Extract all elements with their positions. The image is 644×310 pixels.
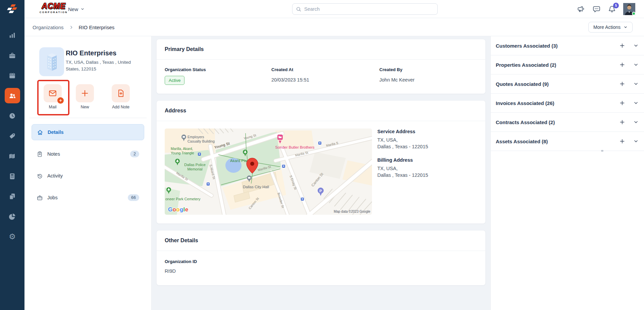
- organization-id-value: RI9D: [165, 268, 477, 274]
- tab-details[interactable]: Details: [32, 124, 144, 140]
- organization-avatar: [39, 47, 64, 76]
- add-property-button[interactable]: [619, 62, 625, 68]
- tag-icon: [8, 132, 16, 140]
- sidebar-item-invoices[interactable]: [5, 168, 20, 184]
- add-customer-button[interactable]: [619, 43, 625, 49]
- association-invoices[interactable]: Invoices Associated (26): [491, 94, 644, 113]
- association-contracts[interactable]: Contracts Associated (2): [491, 113, 644, 132]
- new-dropdown[interactable]: New: [68, 0, 85, 18]
- poi-label: oneer Park Cemetery: [165, 197, 201, 201]
- field-organization-status: Organization Status Active: [165, 67, 271, 85]
- chevron-down-icon: [633, 119, 639, 125]
- expand-customers-button[interactable]: [633, 43, 639, 48]
- add-quote-button[interactable]: [619, 81, 625, 87]
- organization-address: TX, USA, Dallas , Texas , United States,…: [66, 59, 137, 72]
- card-title: Other Details: [157, 230, 485, 251]
- chevron-down-icon: [633, 100, 639, 106]
- mail-plus-badge: [57, 97, 64, 104]
- google-map[interactable]: Young St Young St Marilla St Marilla S M…: [165, 128, 372, 215]
- expand-properties-button[interactable]: [633, 62, 639, 67]
- association-customers[interactable]: Customers Associated (3): [491, 36, 644, 55]
- company-logo: ACME CORPORATION: [34, 2, 74, 14]
- building-icon: [42, 51, 61, 73]
- quick-action-label: Add Note: [112, 105, 129, 109]
- tab-notes[interactable]: Notes 2: [32, 146, 144, 162]
- people-icon: [8, 92, 16, 100]
- plus-icon: [619, 119, 625, 125]
- announcements-button[interactable]: [577, 5, 585, 13]
- clock-icon: [8, 112, 16, 120]
- notifications-button[interactable]: 5: [608, 5, 616, 13]
- sidebar-item-dashboard[interactable]: [5, 28, 20, 43]
- chevron-right-icon: [69, 25, 73, 30]
- quick-action-add-note[interactable]: Add Note: [107, 84, 135, 109]
- app-logo[interactable]: [0, 0, 24, 18]
- plus-icon: [619, 138, 625, 144]
- breadcrumb-organizations[interactable]: Organizations: [33, 24, 64, 30]
- chevron-down-icon: [633, 43, 639, 48]
- sidebar-item-documents[interactable]: [5, 189, 20, 204]
- tab-activity[interactable]: Activity: [32, 168, 144, 184]
- poi-label: Memorial: [187, 167, 202, 171]
- briefcase-icon: [37, 195, 43, 201]
- association-properties[interactable]: Properties Associated (2): [491, 55, 644, 74]
- expand-invoices-button[interactable]: [633, 100, 639, 106]
- status-badge: Active: [165, 76, 184, 85]
- add-asset-button[interactable]: [619, 138, 625, 144]
- more-actions-button[interactable]: More Actions: [588, 22, 633, 33]
- association-label: Contracts Associated (2): [496, 119, 555, 125]
- poi-label: Employers: [187, 135, 204, 139]
- user-avatar[interactable]: [623, 3, 635, 15]
- map-icon: [8, 152, 16, 160]
- sidebar-item-customers[interactable]: [5, 88, 20, 103]
- tab-jobs[interactable]: Jobs 66: [32, 190, 144, 206]
- chevron-down-icon: [633, 81, 639, 87]
- brand-name: ACME: [34, 2, 74, 10]
- note-plus-icon: [116, 89, 125, 98]
- messages-button[interactable]: [592, 5, 601, 13]
- poi-label: Marilla, Akard,: [171, 147, 193, 151]
- gear-icon: ⚙: [9, 233, 16, 241]
- plus-icon: [619, 81, 625, 87]
- add-contract-button[interactable]: [619, 119, 625, 125]
- notes-count-badge: 2: [130, 151, 139, 157]
- expand-contracts-button[interactable]: [633, 119, 639, 125]
- association-quotes[interactable]: Quotes Associated (9): [491, 74, 644, 94]
- home-icon: [37, 129, 43, 136]
- top-bar: ACME CORPORATION New: [24, 0, 644, 18]
- sidebar-item-analytics[interactable]: [5, 209, 20, 224]
- association-label: Properties Associated (2): [496, 62, 556, 68]
- primary-details-card: Primary Details Organization Status Acti…: [156, 39, 486, 94]
- search-icon: [296, 6, 302, 12]
- quick-action-mail[interactable]: Mail: [39, 84, 67, 109]
- parking-letter: P: [319, 189, 322, 193]
- new-dropdown-label: New: [68, 6, 78, 12]
- quick-action-new[interactable]: New: [71, 84, 99, 109]
- scrollbar-nub: [601, 150, 603, 152]
- association-label: Customers Associated (3): [496, 43, 558, 49]
- expand-quotes-button[interactable]: [633, 81, 639, 87]
- sidebar-item-jobs[interactable]: [5, 48, 20, 63]
- association-assets[interactable]: Assets Associated (8): [491, 132, 644, 151]
- sidebar-item-map[interactable]: [5, 148, 20, 164]
- pie-chart-icon: [8, 213, 16, 220]
- sidebar-item-timesheets[interactable]: [5, 108, 20, 123]
- sidebar-item-settings[interactable]: ⚙: [5, 229, 20, 244]
- search-input[interactable]: [304, 6, 434, 12]
- sidebar-item-calendar[interactable]: [5, 68, 20, 83]
- expand-assets-button[interactable]: [633, 139, 639, 144]
- plus-icon: [80, 89, 89, 98]
- field-label: Created By: [379, 67, 477, 72]
- billing-address-line: TX, USA,: [377, 166, 428, 171]
- sidebar-item-pricebook[interactable]: [5, 128, 20, 144]
- add-invoice-button[interactable]: [619, 100, 625, 106]
- poi-label: Sonder Butler Brothers: [275, 145, 315, 149]
- online-status-dot: [632, 12, 636, 15]
- global-search[interactable]: [292, 3, 438, 15]
- organization-name: RIO Enterprises: [66, 49, 116, 57]
- service-address-line: TX, USA,: [377, 137, 428, 143]
- association-label: Assets Associated (8): [496, 139, 548, 144]
- poi-label: Dallas Police: [184, 163, 206, 167]
- divider: [29, 118, 147, 118]
- organization-nav: Details Notes 2 Activity: [32, 124, 144, 211]
